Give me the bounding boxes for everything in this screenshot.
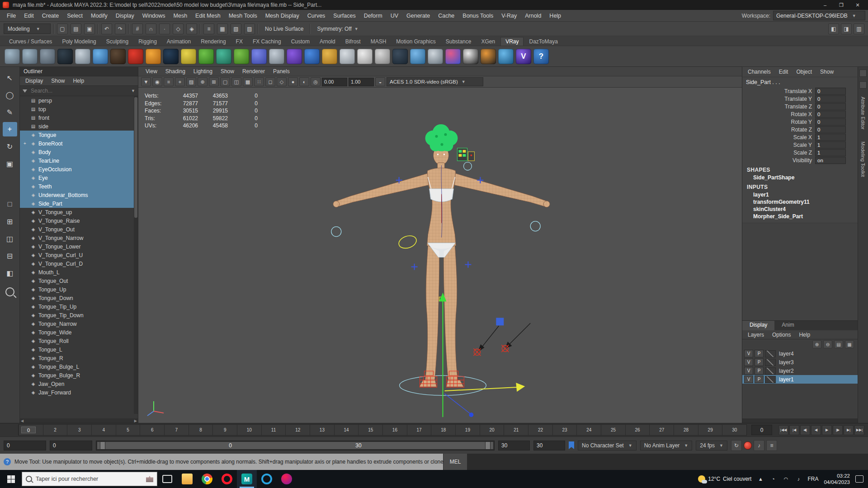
layer-playback-toggle[interactable]: P [755, 375, 764, 383]
move-tool-icon[interactable]: + [3, 122, 17, 136]
clock[interactable]: 03:22 04/04/2023 [824, 473, 850, 485]
sidebar-pin-icon[interactable] [859, 81, 867, 89]
outliner-item[interactable]: + Jaw_Forward [20, 388, 134, 397]
sidebar-vertical-tab[interactable]: Modeling Toolkit [860, 138, 866, 181]
shelf-tab[interactable]: Sculpting [102, 38, 133, 46]
outliner-header[interactable]: Outliner [20, 67, 138, 76]
shelf-tab[interactable]: Motion Graphics [392, 38, 440, 46]
frame-tick[interactable]: 21 [504, 425, 528, 435]
outliner-item[interactable]: + side [20, 122, 134, 131]
menu-item[interactable]: V-Ray [497, 10, 521, 21]
shelf-tab[interactable]: MASH [366, 38, 391, 46]
wireframe-icon[interactable]: ◇ [277, 77, 287, 86]
camera-shelf-icon[interactable] [481, 49, 496, 64]
shelf-icon-23[interactable] [392, 49, 408, 64]
character-set-select[interactable]: No Character Set ▼ [578, 441, 637, 450]
attribute-label[interactable]: Translate Y [784, 96, 812, 102]
frame-tick[interactable]: 8 [189, 425, 213, 435]
viewport-menu-item[interactable]: Lighting [190, 68, 216, 75]
outliner-item[interactable]: + Underwear_Bottoms [20, 191, 134, 199]
menu-item[interactable]: Generate [402, 10, 434, 21]
shelf-tab[interactable]: Arnold [315, 38, 340, 46]
frame-tick[interactable]: 28 [674, 425, 698, 435]
viewport-menu-item[interactable]: View [142, 68, 161, 75]
channel-box-menu-item[interactable]: Show [816, 69, 837, 75]
lock-camera-icon[interactable]: ◉ [152, 77, 162, 86]
shelf-icon-18[interactable] [304, 49, 320, 64]
shelf-icon-01[interactable] [5, 49, 20, 64]
mel-toggle-button[interactable]: MEL [443, 454, 467, 470]
shelf-icon-24[interactable] [410, 49, 425, 64]
outliner-menu-item[interactable]: Help [69, 78, 88, 84]
step-forward-key-button[interactable]: ▶| [844, 425, 854, 435]
attribute-value-field[interactable]: on [815, 157, 846, 164]
filter-icon[interactable] [23, 89, 27, 93]
render-settings-icon[interactable]: ▨ [244, 23, 255, 34]
sidebar-vertical-tab[interactable]: Attribute Editor [860, 93, 866, 133]
frame-tick[interactable]: 19 [455, 425, 480, 435]
layer-editor-menu-item[interactable]: Layers [744, 332, 768, 338]
scroll-right-icon[interactable]: ▶ [134, 419, 137, 423]
play-forwards-button[interactable]: ▶ [822, 425, 832, 435]
shelf-icon-21[interactable] [357, 49, 373, 64]
menu-item[interactable]: UV [387, 10, 402, 21]
frame-tick[interactable]: 27 [649, 425, 674, 435]
shape-node-name[interactable]: Side_PartShape [742, 174, 858, 181]
shelf-tab[interactable]: DazToMaya [524, 38, 562, 46]
minimize-button[interactable]: – [817, 0, 833, 9]
shelf-icon-19[interactable] [322, 49, 337, 64]
range-start-handle[interactable] [100, 441, 105, 450]
attribute-value-field[interactable]: 1 [815, 149, 846, 156]
taskbar-search[interactable]: Taper ici pour rechercher [22, 472, 157, 486]
image-plane-icon[interactable]: ▨ [186, 77, 196, 86]
layer-editor-scrollbar[interactable] [742, 418, 858, 423]
outliner-item[interactable]: + V_Tongue_Curl_U [20, 251, 134, 259]
file-explorer-icon[interactable] [177, 470, 197, 488]
menu-item[interactable]: Select [63, 10, 87, 21]
outliner-item[interactable]: + top [20, 105, 134, 113]
shelf-tab[interactable]: FX [231, 38, 247, 46]
expand-icon[interactable]: + [24, 141, 28, 146]
menu-item[interactable]: File [3, 10, 20, 21]
current-frame-marker[interactable]: 0 [21, 427, 36, 433]
exposure-field[interactable]: 0.00 [322, 78, 347, 86]
ipr-render-icon[interactable]: ▧ [231, 23, 241, 34]
menu-item[interactable]: Deform [360, 10, 387, 21]
rotate-tool-icon[interactable]: ↻ [3, 139, 17, 154]
outliner-item[interactable]: + Tongue_Wide [20, 328, 134, 337]
frame-tick[interactable]: 20 [480, 425, 504, 435]
shaded-icon[interactable]: ● [288, 77, 298, 86]
anim-layer-select[interactable]: No Anim Layer ▼ [640, 441, 693, 450]
menu-item[interactable]: Surfaces [329, 10, 359, 21]
help-shelf-icon[interactable]: ? [533, 49, 549, 64]
frame-tick[interactable]: 16 [382, 425, 407, 435]
channel-box-toggle-icon[interactable]: ◧ [828, 23, 839, 34]
frame-tick[interactable]: 23 [552, 425, 577, 435]
no-live-surface-button[interactable]: No Live Surface [261, 24, 307, 33]
chrome-icon[interactable] [197, 470, 217, 488]
symmetry-select[interactable]: Symmetry: Off ▼ [313, 24, 362, 33]
layer-visibility-toggle[interactable]: V [744, 350, 753, 357]
outliner-item[interactable]: + Tongue [20, 131, 134, 139]
outliner-item[interactable]: + front [20, 113, 134, 122]
frame-tick[interactable]: 24 [576, 425, 601, 435]
shelf-tab[interactable]: VRay [500, 37, 524, 46]
layer-color-swatch[interactable] [765, 367, 776, 375]
command-line-input[interactable] [467, 454, 868, 470]
snap-to-grid-icon[interactable]: # [132, 23, 143, 34]
outliner-item[interactable]: + EyeOcclusion [20, 165, 134, 174]
attribute-label[interactable]: Rotate Z [791, 127, 812, 133]
frame-tick[interactable]: 15 [358, 425, 382, 435]
character-model[interactable] [138, 88, 742, 423]
outliner-item[interactable]: + Tongue_Tip_Down [20, 311, 134, 319]
shelf-tab[interactable]: Rendering [196, 38, 230, 46]
create-layer-from-selected-icon[interactable]: ▦ [845, 340, 854, 348]
character-body[interactable] [328, 137, 554, 390]
outliner-menu-item[interactable]: Show [47, 78, 68, 84]
frame-tick[interactable]: 22 [528, 425, 552, 435]
outliner-item[interactable]: + Side_Part [20, 199, 134, 208]
layer-color-swatch[interactable] [765, 350, 776, 357]
layer-editor-tab[interactable]: Anim [774, 321, 801, 330]
outliner-item[interactable]: + Mouth_L [20, 268, 134, 277]
shelf-tab[interactable]: Rigging [134, 38, 161, 46]
